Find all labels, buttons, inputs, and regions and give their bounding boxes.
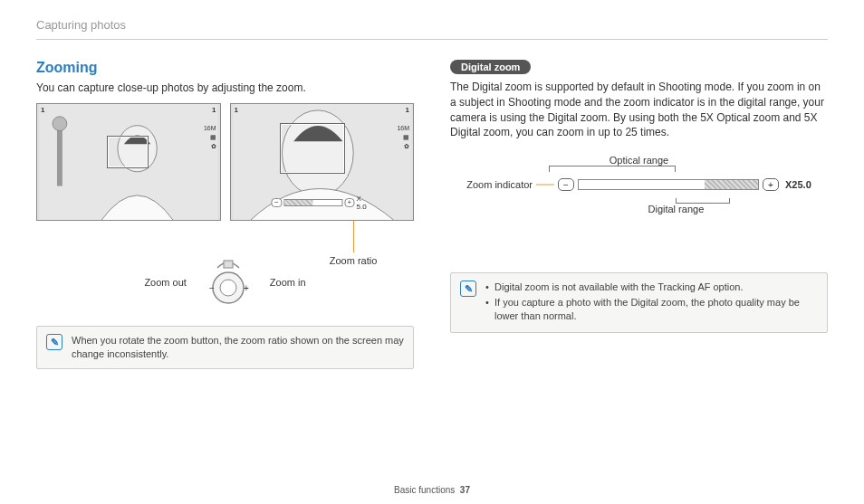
zooming-intro: You can capture close-up photos by adjus…	[36, 81, 414, 94]
zoom-dial-icon: − +	[203, 257, 254, 308]
note-box-2: ✎ Digital zoom is not available with the…	[450, 272, 828, 333]
focus-box	[108, 137, 148, 167]
footer-section: Basic functions	[394, 485, 455, 495]
zoom-minus-icon: −	[558, 178, 574, 191]
zoom-value: X 5.0	[356, 195, 371, 211]
zoom-plus-icon: +	[344, 198, 354, 207]
digital-range-label: Digital range	[648, 204, 705, 214]
flash-icon: ✿	[397, 142, 409, 151]
note-icon: ✎	[460, 281, 476, 297]
note-text-1: When you rotate the zoom button, the zoo…	[72, 334, 404, 361]
svg-point-2	[53, 117, 67, 131]
preview-zoomed: 11 16M ▦ ✿ − + X 5.0	[230, 103, 415, 221]
status-left: 1	[235, 106, 238, 114]
zoom-track	[578, 179, 759, 190]
status-right: 1	[406, 106, 409, 114]
note-item-1: Digital zoom is not available with the T…	[485, 281, 818, 294]
zoom-ratio-label: Zoom ratio	[317, 255, 389, 266]
left-column: Zooming You can capture close-up photos …	[36, 60, 414, 369]
optical-range-label: Optical range	[549, 155, 730, 166]
zoom-minus-icon: −	[272, 198, 282, 207]
preview-normal: 11 16M ▦ ✿	[36, 103, 221, 221]
note-box-1: ✎ When you rotate the zoom button, the z…	[36, 326, 414, 369]
zoom-indicator-label: Zoom indicator	[466, 179, 533, 190]
right-column: Digital zoom The Digital zoom is support…	[450, 60, 828, 369]
digital-zoom-pill: Digital zoom	[450, 60, 531, 74]
zoom-plus-icon: +	[763, 178, 779, 191]
note-item-2: If you capture a photo with the Digital …	[485, 296, 818, 323]
mode-icon: ▦	[204, 133, 216, 142]
zoom-in-label: Zoom in	[270, 277, 306, 288]
status-left: 1	[41, 106, 44, 114]
focus-box	[281, 124, 344, 173]
zoom-out-label: Zoom out	[144, 277, 186, 288]
svg-text:+: +	[244, 283, 249, 293]
svg-point-8	[220, 280, 236, 296]
note-icon: ✎	[46, 334, 62, 350]
res-icon: 16M	[397, 124, 409, 133]
svg-text:−: −	[209, 283, 215, 293]
page-footer: Basic functions 37	[0, 485, 864, 495]
svg-rect-6	[224, 261, 233, 268]
flash-icon: ✿	[204, 142, 216, 151]
callout-line	[353, 221, 354, 252]
digital-zoom-body: The Digital zoom is supported by default…	[450, 80, 828, 140]
zoom-track	[283, 199, 342, 206]
breadcrumb: Capturing photos	[36, 18, 828, 40]
res-icon: 16M	[204, 124, 216, 133]
zoom-range-diagram: Optical range Zoom indicator − + X25.0 .…	[450, 155, 828, 254]
zoom-bar: − + X 5.0	[272, 195, 372, 211]
status-right: 1	[212, 106, 216, 114]
mode-icon: ▦	[397, 133, 409, 142]
callout-line	[536, 181, 554, 188]
svg-rect-1	[57, 124, 62, 186]
zooming-heading: Zooming	[36, 60, 414, 76]
page-number: 37	[460, 485, 470, 495]
zoom-max-value: X25.0	[785, 179, 811, 190]
